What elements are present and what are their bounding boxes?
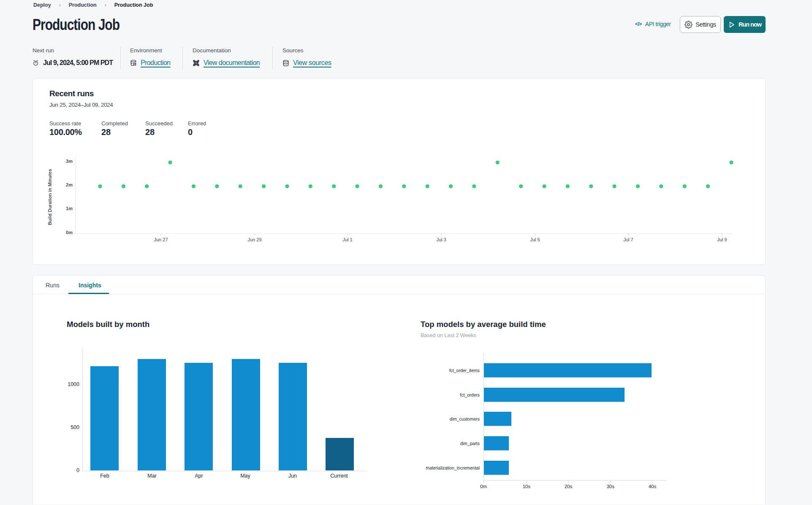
svg-text:Current: Current — [330, 473, 348, 479]
svg-text:Mar: Mar — [147, 473, 157, 479]
svg-text:May: May — [240, 473, 250, 479]
svg-text:40s: 40s — [649, 484, 657, 489]
svg-text:3m: 3m — [66, 159, 73, 164]
svg-text:materialization_incremental: materialization_incremental — [426, 465, 480, 470]
svg-text:10s: 10s — [523, 484, 531, 489]
svg-text:Jul 3: Jul 3 — [436, 237, 446, 242]
svg-text:Jul 5: Jul 5 — [530, 237, 540, 242]
svg-text:0m: 0m — [66, 230, 73, 235]
svg-text:fct_order_items: fct_order_items — [449, 368, 480, 373]
svg-text:dim_parts: dim_parts — [460, 441, 480, 446]
svg-text:1000: 1000 — [68, 381, 79, 387]
svg-text:Apr: Apr — [195, 473, 203, 479]
svg-text:Jul 9: Jul 9 — [717, 237, 727, 242]
svg-text:Feb: Feb — [100, 473, 109, 479]
svg-text:Jun: Jun — [288, 473, 297, 479]
svg-text:Jul 1: Jul 1 — [342, 237, 352, 242]
svg-text:dim_customers: dim_customers — [450, 416, 480, 421]
svg-text:0m: 0m — [480, 484, 487, 489]
svg-text:Jul 7: Jul 7 — [623, 237, 633, 242]
svg-text:fct_orders: fct_orders — [460, 392, 480, 397]
svg-text:30s: 30s — [607, 484, 615, 489]
svg-text:500: 500 — [71, 424, 79, 430]
svg-text:1m: 1m — [66, 206, 73, 211]
svg-text:Jun 29: Jun 29 — [247, 237, 261, 242]
svg-text:Jun 27: Jun 27 — [154, 237, 168, 242]
svg-text:2m: 2m — [66, 182, 73, 187]
svg-text:20s: 20s — [565, 484, 573, 489]
svg-text:0: 0 — [76, 467, 79, 473]
svg-text:Build Duration in Minutes: Build Duration in Minutes — [47, 169, 52, 225]
